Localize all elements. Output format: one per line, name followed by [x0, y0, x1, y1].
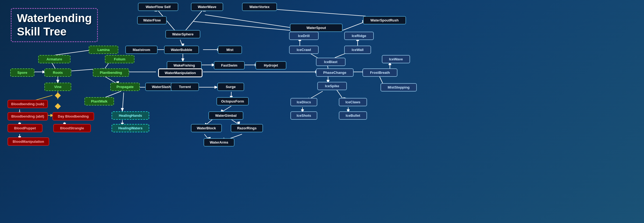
node-iceblast[interactable]: IceBlast — [316, 58, 346, 66]
node-hydrojet[interactable]: Hydrojet — [255, 61, 286, 70]
node-waterflow[interactable]: WaterFlow — [137, 16, 167, 24]
svg-marker-45 — [121, 108, 124, 111]
svg-line-31 — [55, 50, 94, 55]
skill-tree-container: WaterbendingSkill Tree — [0, 0, 644, 223]
node-propagate[interactable]: Propagate — [110, 83, 140, 91]
node-icecrawl[interactable]: IceCrawl — [289, 46, 319, 54]
svg-line-44 — [122, 93, 124, 111]
svg-line-8 — [343, 21, 366, 30]
node-icewave[interactable]: IceWave — [382, 55, 410, 63]
node-icediscs[interactable]: IceDiscs — [290, 98, 317, 106]
node-iceclaws[interactable]: IceClaws — [339, 98, 367, 106]
node-waterwave[interactable]: WaterWave — [191, 3, 223, 11]
node-roots[interactable]: Roots — [44, 68, 71, 77]
node-waterspoutrush[interactable]: WaterSpoutRush — [363, 16, 406, 24]
node-bloodpuppet[interactable]: BloodPuppet — [8, 124, 42, 132]
node-vine[interactable]: Vine — [44, 83, 71, 91]
node-icedrill[interactable]: IceDrill — [289, 32, 319, 40]
node-bloodbending-sub[interactable]: Bloodbending (sub) — [8, 100, 48, 108]
node-mist[interactable]: Mist — [218, 46, 242, 54]
node-surge[interactable]: Surge — [217, 83, 244, 91]
svg-line-4 — [194, 21, 290, 30]
node-razorrings[interactable]: RazorRings — [231, 124, 263, 132]
node-frostbreath[interactable]: FrostBreath — [362, 68, 397, 77]
node-folium[interactable]: Folium — [105, 55, 134, 63]
svg-line-2 — [183, 8, 204, 34]
node-waterbubble[interactable]: WaterBubble — [164, 46, 199, 54]
node-icebullet[interactable]: IceBullet — [339, 111, 367, 120]
node-fastswim[interactable]: FastSwim — [214, 61, 245, 70]
diamond-vine-top — [55, 93, 61, 99]
node-octopusform[interactable]: OctopusForm — [216, 97, 249, 105]
node-phasechange[interactable]: PhaseChange — [316, 68, 354, 77]
node-plantbending[interactable]: Plantbending — [93, 68, 129, 77]
node-healingwaters[interactable]: HealingWaters — [112, 124, 149, 132]
title-box: WaterbendingSkill Tree — [11, 8, 98, 42]
node-torrent[interactable]: Torrent — [171, 83, 199, 91]
node-watergimbal[interactable]: WaterGimbal — [208, 111, 243, 120]
node-maelstrom[interactable]: Maelstrom — [125, 46, 158, 54]
node-icewall[interactable]: IceWall — [344, 46, 371, 54]
node-healinghands[interactable]: HealingHands — [112, 111, 149, 120]
node-bloodbending-abil[interactable]: Bloodbending (abil) — [8, 112, 48, 120]
node-watermanipulation[interactable]: WaterManipulation — [158, 68, 202, 77]
node-watervortex[interactable]: WaterVortex — [242, 3, 277, 11]
node-watersphere[interactable]: WaterSphere — [165, 30, 200, 38]
node-miststepping[interactable]: MistStepping — [380, 83, 417, 92]
node-bloodmanipulation[interactable]: BloodManipulation — [8, 137, 49, 146]
diamond-vine-bottom — [55, 103, 61, 109]
node-spore[interactable]: Spore — [10, 68, 34, 77]
page-title: WaterbendingSkill Tree — [17, 12, 92, 39]
node-icespike[interactable]: IceSpike — [317, 82, 347, 90]
node-waterflow-self[interactable]: WaterFlow Self — [138, 3, 178, 11]
node-armature[interactable]: Armature — [38, 55, 70, 63]
node-lamina[interactable]: Lamina — [89, 46, 118, 54]
node-plantwalk[interactable]: PlantWalk — [84, 97, 114, 105]
node-waterspout[interactable]: WaterSpout — [290, 24, 343, 32]
node-iceshots[interactable]: IceShots — [290, 111, 317, 120]
node-bloodstrangle[interactable]: BloodStrangle — [53, 124, 91, 132]
node-iceridge[interactable]: IceRidge — [344, 32, 374, 40]
node-day-bloodbending[interactable]: Day Bloodbending — [52, 112, 94, 120]
node-waterarms[interactable]: WaterArms — [204, 138, 234, 147]
node-waterblock[interactable]: WaterBlock — [191, 124, 222, 132]
